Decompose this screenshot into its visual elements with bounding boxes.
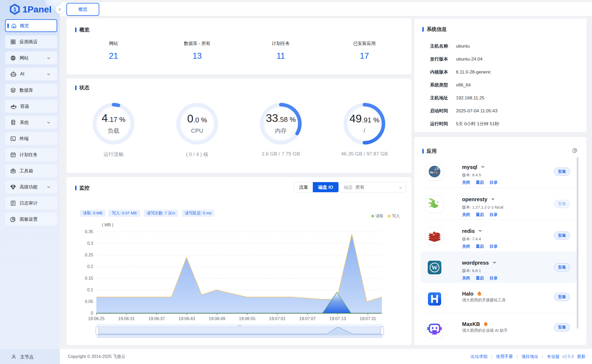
- svg-text:W: W: [432, 264, 438, 271]
- svg-text:19:06:43: 19:06:43: [179, 316, 195, 321]
- svg-text:19:07:31: 19:07:31: [360, 316, 376, 321]
- svg-text:19:06:55: 19:06:55: [239, 316, 255, 321]
- svg-text:19:07:01: 19:07:01: [269, 316, 286, 321]
- svg-text:0.3: 0.3: [87, 241, 93, 246]
- svg-text:0.35: 0.35: [85, 229, 93, 234]
- svg-text:( MB ): ( MB ): [102, 223, 114, 227]
- svg-text:19:06:37: 19:06:37: [148, 316, 165, 321]
- svg-text:MySQL: MySQL: [430, 171, 439, 174]
- svg-text:19:07:07: 19:07:07: [299, 316, 316, 321]
- svg-text:0.2: 0.2: [87, 264, 93, 269]
- svg-text:0.25: 0.25: [85, 253, 93, 257]
- svg-text:0.15: 0.15: [85, 276, 93, 280]
- svg-text:0.1: 0.1: [87, 288, 93, 292]
- svg-text:19:06:31: 19:06:31: [118, 316, 135, 321]
- svg-text:0.05: 0.05: [85, 299, 93, 304]
- svg-text:19:07:13: 19:07:13: [329, 316, 346, 321]
- svg-text:1: 1: [13, 6, 16, 13]
- svg-text:0: 0: [91, 311, 93, 315]
- svg-text:19:06:49: 19:06:49: [209, 316, 225, 321]
- svg-text:19:06:25: 19:06:25: [88, 316, 105, 321]
